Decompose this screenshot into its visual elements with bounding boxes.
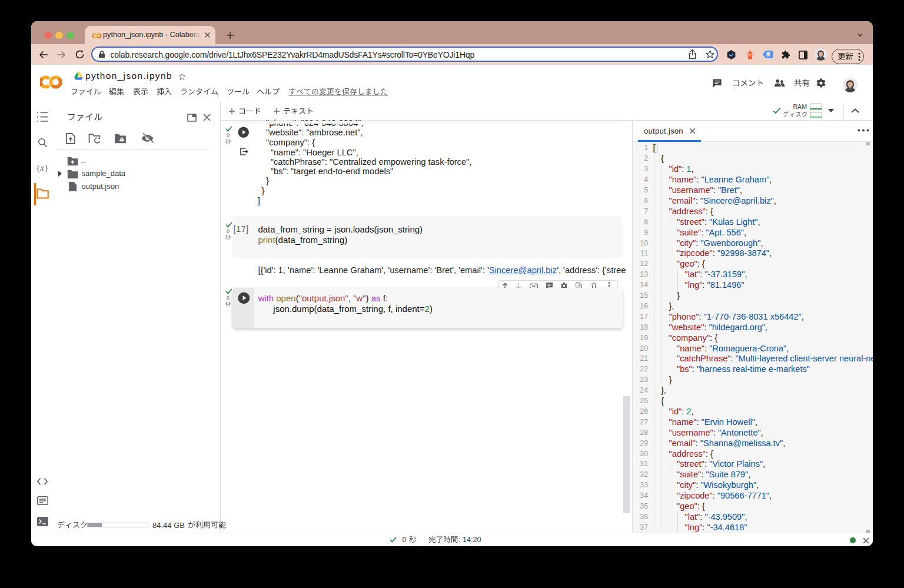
- svg-text:B: B: [767, 52, 770, 58]
